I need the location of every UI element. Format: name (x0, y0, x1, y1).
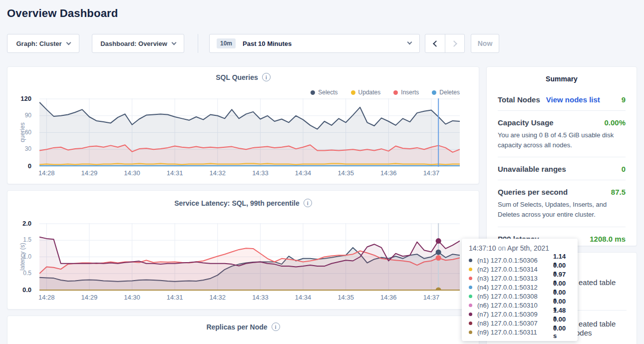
time-range-selector[interactable]: 10m Past 10 Minutes (209, 34, 420, 53)
y-tick-label: 120 (20, 95, 31, 102)
x-tick-label: 14:28 (31, 169, 61, 177)
legend-label: Selects (318, 89, 337, 96)
x-tick-label: 14:32 (203, 169, 233, 177)
node-color-dot-icon (469, 313, 472, 316)
service-latency-plot[interactable] (39, 223, 460, 291)
now-button-label: Now (478, 39, 493, 47)
x-axis: 14:2814:2914:3014:3114:3214:3314:3414:35… (39, 169, 460, 179)
info-icon[interactable] (304, 199, 312, 207)
now-button[interactable]: Now (471, 34, 499, 53)
tooltip-node-label: (n7) 127.0.0.1:50309 (477, 311, 553, 318)
summary-row-total-nodes: Total Nodes View nodes list 9 (498, 88, 626, 111)
latency-tooltip: 14:37:10 on Apr 5th, 2021 (n1) 127.0.0.1… (462, 239, 578, 341)
row-value: 0.00% (604, 118, 626, 127)
chevron-down-icon (171, 40, 176, 45)
tooltip-node-row: (n9) 127.0.0.1:503110.00 s (469, 328, 571, 337)
tooltip-node-value: 0.00 s (553, 325, 571, 340)
view-nodes-link[interactable]: View nodes list (546, 95, 600, 104)
chart-legend: SelectsUpdatesInsertsDeletes (311, 89, 460, 96)
x-tick-label: 14:29 (74, 169, 104, 177)
x-tick-label: 14:31 (160, 294, 190, 301)
x-tick-label: 14:33 (245, 294, 275, 301)
tooltip-node-label: (n4) 127.0.0.1:50312 (477, 284, 553, 291)
row-value: 1208.0 ms (590, 235, 626, 243)
y-tick-label: 0 (28, 162, 31, 170)
row-description: You are using 0 B of 4.5 GiB usable disk… (498, 130, 626, 150)
row-description: Sum of Selects, Updates, Inserts, and De… (498, 200, 626, 220)
dashboard-dropdown-label: Dashboard: Overview (100, 40, 167, 47)
tooltip-node-label: (n3) 127.0.0.1:50313 (477, 275, 553, 282)
node-color-dot-icon (469, 304, 472, 307)
legend-item[interactable]: Deletes (432, 89, 460, 96)
node-color-dot-icon (469, 322, 472, 325)
tooltip-rows: (n1) 127.0.0.1:503061.14 s(n2) 127.0.0.1… (469, 256, 571, 337)
graph-dropdown-label: Graph: Cluster (16, 40, 61, 47)
chart-title: Replicas per Node (206, 323, 267, 331)
tooltip-node-label: (n8) 127.0.0.1:50307 (477, 320, 553, 327)
graph-dropdown[interactable]: Graph: Cluster (7, 34, 79, 53)
service-latency-card: Service Latency: SQL, 99th percentile la… (7, 190, 479, 310)
node-color-dot-icon (469, 277, 472, 280)
row-label: Total Nodes (498, 95, 540, 104)
legend-dot-icon (311, 90, 315, 95)
legend-label: Deletes (439, 89, 460, 96)
event-text-fragment: eated table (579, 278, 616, 287)
legend-label: Inserts (401, 89, 419, 96)
row-label: Queries per second (498, 188, 568, 196)
y-tick-label: 30 (25, 145, 31, 152)
y-tick-label: 1.0 (23, 253, 31, 260)
row-label: Unavailable ranges (498, 165, 566, 173)
chart-title: SQL Queries (216, 73, 258, 81)
row-value: 0 (622, 165, 626, 173)
summary-row-capacity: Capacity Usage 0.00% You are using 0 B o… (498, 111, 626, 157)
tooltip-node-label: (n5) 127.0.0.1:50308 (477, 293, 553, 300)
legend-item[interactable]: Selects (311, 89, 337, 96)
x-tick-label: 14:30 (117, 294, 147, 301)
x-tick-label: 14:34 (288, 169, 318, 177)
row-label: Capacity Usage (498, 118, 554, 127)
dashboard-controls: Graph: Cluster Dashboard: Overview 10m P… (7, 34, 499, 53)
summary-row-qps: Queries per second 87.5 Sum of Selects, … (498, 180, 626, 227)
range-nav-group (425, 34, 465, 53)
node-color-dot-icon (469, 331, 472, 334)
summary-row-unavailable-ranges: Unavailable ranges 0 (498, 157, 626, 180)
node-color-dot-icon (469, 286, 472, 289)
tooltip-node-label: (n6) 127.0.0.1:50310 (477, 302, 553, 309)
prev-range-button[interactable] (425, 34, 445, 52)
x-tick-label: 14:37 (416, 294, 446, 301)
dashboard-dropdown[interactable]: Dashboard: Overview (92, 34, 184, 53)
info-icon[interactable] (262, 73, 271, 81)
y-tick-label: 90 (25, 112, 31, 119)
x-tick-label: 14:35 (331, 294, 361, 301)
tooltip-node-label: (n9) 127.0.0.1:50311 (477, 329, 553, 336)
x-tick-label: 14:36 (373, 169, 403, 177)
x-tick-label: 14:37 (416, 169, 446, 177)
divider (198, 34, 198, 53)
info-icon[interactable] (272, 323, 280, 331)
tooltip-node-label: (n1) 127.0.0.1:50306 (477, 257, 553, 264)
chevron-left-icon (433, 40, 439, 47)
legend-item[interactable]: Inserts (393, 89, 419, 96)
event-text-fragment: eated table (579, 320, 616, 328)
row-value: 9 (622, 95, 626, 104)
x-tick-label: 14:36 (373, 294, 403, 301)
replicas-per-node-card: Replicas per Node (7, 316, 479, 344)
y-axis: 0306090120 (7, 98, 36, 167)
node-color-dot-icon (469, 295, 472, 298)
legend-item[interactable]: Updates (351, 89, 381, 96)
legend-dot-icon (351, 90, 355, 95)
tooltip-date: Apr 5th, 2021 (507, 244, 549, 252)
chevron-down-icon (66, 40, 71, 45)
legend-dot-icon (393, 90, 398, 95)
chart-title: Service Latency: SQL, 99th percentile (174, 199, 300, 207)
y-axis: 0.00.51.01.52.0 (7, 223, 36, 291)
sql-queries-plot[interactable] (39, 98, 460, 167)
next-range-button[interactable] (445, 34, 464, 52)
x-tick-label: 14:34 (288, 294, 318, 301)
time-range-badge: 10m (217, 38, 236, 48)
time-range-label: Past 10 Minutes (243, 40, 292, 47)
y-tick-label: 60 (25, 129, 31, 136)
tooltip-node-label: (n2) 127.0.0.1:50314 (477, 266, 553, 273)
summary-title: Summary (498, 75, 626, 83)
row-value: 87.5 (611, 188, 626, 196)
